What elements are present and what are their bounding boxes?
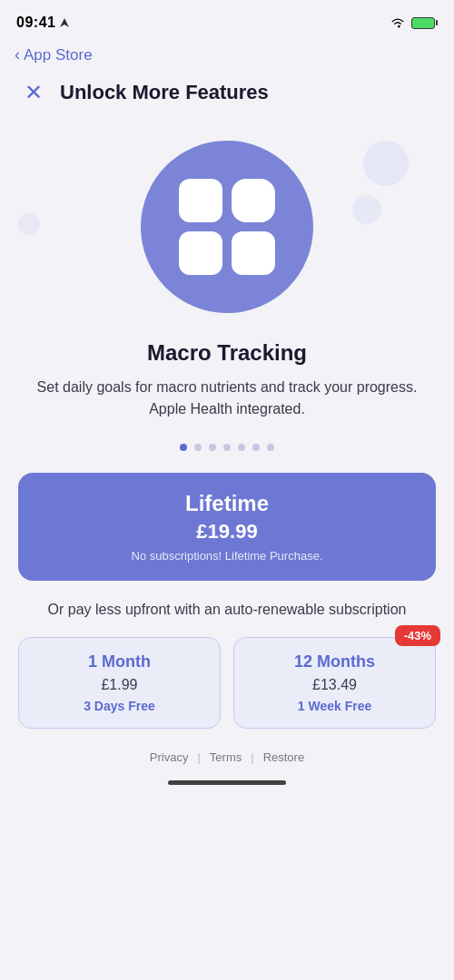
- hero-area: [0, 122, 454, 331]
- status-bar: 09:41: [0, 0, 454, 40]
- home-bar: [168, 780, 286, 785]
- deco-circle-1: [363, 141, 409, 186]
- svg-marker-0: [60, 18, 69, 27]
- home-indicator: [0, 780, 454, 792]
- status-time: 09:41: [16, 15, 55, 31]
- terms-link[interactable]: Terms: [210, 750, 242, 764]
- page-header: ✕ Unlock More Features: [0, 74, 454, 122]
- monthly-title: 1 Month: [30, 652, 209, 671]
- status-right-icons: [390, 16, 438, 29]
- grid-icons: [170, 170, 284, 284]
- lifetime-title: Lifetime: [33, 491, 421, 516]
- battery-container: [411, 17, 438, 29]
- monthly-price: £1.99: [30, 677, 209, 693]
- page-dots: [0, 444, 454, 451]
- annual-title: 12 Months: [245, 652, 424, 671]
- lifetime-card[interactable]: Lifetime £19.99 No subscriptions! Lifeti…: [18, 473, 436, 581]
- battery-nub: [436, 20, 438, 25]
- separator-1: |: [197, 750, 200, 764]
- annual-trial: 1 Week Free: [245, 699, 424, 713]
- annual-price: £13.49: [245, 677, 424, 693]
- lifetime-note: No subscriptions! Lifetime Purchase.: [33, 549, 421, 563]
- dot-3: [209, 444, 216, 451]
- location-icon: [59, 17, 70, 28]
- or-pay-text: Or pay less upfront with an auto-renewab…: [0, 599, 454, 621]
- back-label: App Store: [24, 46, 93, 64]
- back-chevron-icon: ‹: [15, 45, 20, 64]
- footer-links: Privacy | Terms | Restore: [0, 750, 454, 764]
- dot-1: [180, 444, 187, 451]
- subscription-cards: 1 Month £1.99 3 Days Free -43% 12 Months…: [0, 637, 454, 729]
- back-button[interactable]: ‹ App Store: [15, 45, 93, 64]
- wifi-icon: [390, 16, 406, 29]
- grid-icon-4: [232, 231, 275, 275]
- close-icon: ✕: [25, 80, 43, 105]
- dot-6: [252, 444, 260, 451]
- lifetime-price: £19.99: [33, 520, 421, 544]
- dot-5: [238, 444, 245, 451]
- feature-description: Set daily goals for macro nutrients and …: [22, 377, 432, 420]
- close-button[interactable]: ✕: [18, 77, 49, 108]
- battery-icon: [411, 17, 435, 29]
- feature-title: Macro Tracking: [22, 340, 432, 366]
- dot-2: [194, 444, 202, 451]
- grid-icon-2: [232, 179, 275, 222]
- restore-link[interactable]: Restore: [263, 750, 305, 764]
- deco-circle-2: [352, 195, 381, 224]
- grid-icon-1: [179, 179, 222, 222]
- app-icon-circle: [141, 141, 313, 313]
- dot-4: [223, 444, 231, 451]
- privacy-link[interactable]: Privacy: [150, 750, 189, 764]
- dot-7: [267, 444, 274, 451]
- monthly-card[interactable]: 1 Month £1.99 3 Days Free: [18, 637, 221, 729]
- grid-icon-3: [179, 231, 222, 275]
- page-title: Unlock More Features: [60, 81, 269, 104]
- discount-badge: -43%: [395, 625, 440, 646]
- monthly-trial: 3 Days Free: [30, 699, 209, 713]
- separator-2: |: [251, 750, 253, 764]
- deco-circle-3: [18, 213, 40, 235]
- nav-bar: ‹ App Store: [0, 40, 454, 74]
- annual-card[interactable]: -43% 12 Months £13.49 1 Week Free: [233, 637, 436, 729]
- feature-section: Macro Tracking Set daily goals for macro…: [0, 340, 454, 435]
